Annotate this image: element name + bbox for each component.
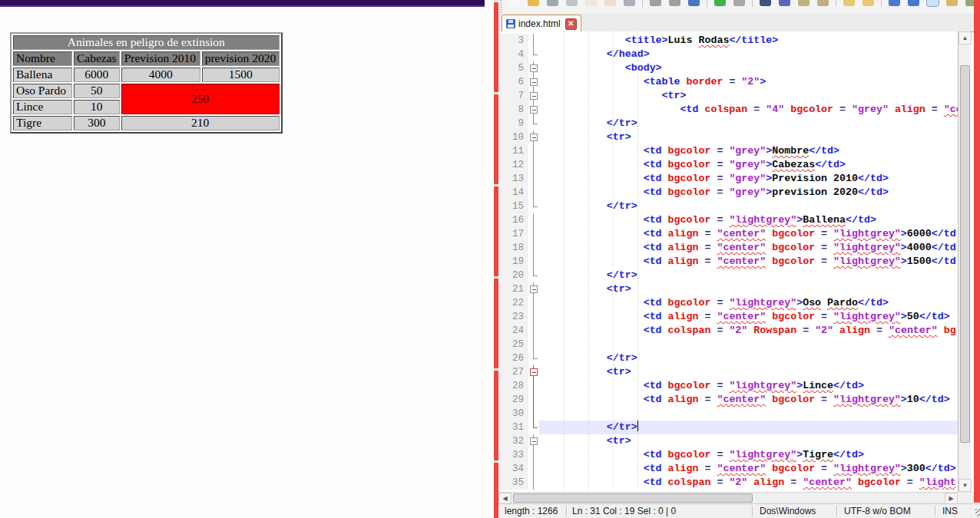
horizontal-scrollbar[interactable]: ◀ ▶ [498,492,958,503]
fold-collapse-icon[interactable] [528,75,539,89]
resize-grip[interactable] [975,509,980,516]
cell-oso-pardo: Oso Pardo [13,84,72,98]
fold-collapse-icon[interactable] [528,282,539,296]
stop-record-icon[interactable] [862,0,874,6]
vertical-scroll-thumb[interactable] [960,65,970,443]
code-text[interactable]: <tr> [539,434,958,448]
code-text[interactable]: </tr> [539,117,958,130]
fold-line-marker [528,296,539,310]
function-list-icon[interactable] [946,0,958,6]
cell-tigre-span-210: 210 [121,116,280,130]
code-text[interactable]: <td align = "center" bgcolor = "lightgre… [539,393,958,407]
tab-close-icon[interactable]: ✕ [565,18,577,30]
code-text[interactable]: <tr> [539,282,958,296]
close-all-icon[interactable] [604,0,616,6]
code-text[interactable]: <td align = "center" bgcolor = "lightgre… [539,241,958,255]
code-text[interactable]: <tr> [539,89,958,103]
copy-icon[interactable] [669,0,680,6]
code-text[interactable]: <td bgcolor = "lightgrey">Lince</td> [539,379,958,393]
fold-collapse-icon[interactable] [528,130,539,144]
new-file-icon[interactable] [508,0,520,6]
code-text[interactable]: <td bgcolor = "grey">prevision 2020</td> [539,186,958,200]
fold-collapse-icon[interactable] [528,61,539,75]
code-text[interactable]: </tr> [539,269,958,282]
zoom-in-icon[interactable] [798,0,809,6]
line-number: 5 [498,61,528,75]
screenshot-root: { "browser_pane": { "table": { "title": … [0,0,980,518]
code-text[interactable]: <td bgcolor = "lightgrey">Tigre</td> [539,448,958,462]
document-map-icon[interactable] [965,0,974,6]
fold-line-marker [528,200,539,213]
fold-collapse-icon[interactable] [528,89,539,103]
scroll-up-icon[interactable]: ▲ [958,31,972,45]
scroll-right-icon[interactable]: ▶ [945,493,958,504]
code-text[interactable]: <td bgcolor = "grey">Prevision 2010</td> [539,172,958,186]
word-wrap-icon[interactable] [889,0,900,6]
table-row: Oso Pardo 50 250 [13,84,280,98]
code-text[interactable]: <td colspan = "2" align = "center" bgcol… [539,476,958,490]
code-text[interactable]: <td colspan = "4" bgcolor = "grey" align… [539,103,958,117]
save-icon[interactable] [547,0,558,6]
redo-icon[interactable] [733,0,745,6]
code-line-12: 12 <td bgcolor = "grey">Cabezas</td> [498,158,958,172]
print-icon[interactable] [624,0,635,6]
line-number: 33 [498,448,528,462]
open-file-icon[interactable] [528,0,539,6]
line-number: 3 [498,34,528,48]
code-text[interactable]: <td align = "center" bgcolor = "lightgre… [539,462,958,476]
code-text[interactable]: <td align = "center" bgcolor = "lightgre… [539,255,958,269]
cut-icon[interactable] [650,0,661,6]
code-line-20: 20 </tr> [498,269,958,282]
code-text[interactable]: <td bgcolor = "grey">Nombre</td> [539,144,958,158]
code-text[interactable]: <td bgcolor = "lightgrey">Oso Pardo</td> [539,296,958,310]
find-icon[interactable] [760,0,771,6]
scroll-down-icon[interactable]: ▼ [958,479,972,492]
vertical-scrollbar[interactable]: ▲ ▼ [958,31,971,492]
code-line-29: 29 <td align = "center" bgcolor = "light… [498,393,958,407]
code-text[interactable]: <tr> [539,365,958,379]
code-text[interactable]: <td bgcolor = "grey">Cabezas</td> [539,158,958,172]
fold-collapse-icon[interactable] [528,434,539,448]
undo-icon[interactable] [714,0,726,6]
fold-collapse-icon[interactable] [528,103,539,117]
replace-icon[interactable] [779,0,790,6]
code-text[interactable]: <td align = "center" bgcolor = "lightgre… [539,310,958,324]
code-text[interactable]: </head> [539,48,958,61]
code-line-18: 18 <td align = "center" bgcolor = "light… [498,241,958,255]
code-text[interactable] [539,407,958,421]
indent-guide-icon[interactable] [927,0,939,6]
header-prevision-2020: prevision 2020 [202,51,280,66]
record-macro-icon[interactable] [843,0,855,6]
code-line-27: 27 <tr> [498,365,958,379]
code-text[interactable]: <td bgcolor = "lightgrey">Ballena</td> [539,213,958,227]
show-all-chars-icon[interactable] [908,0,919,6]
saved-file-icon [506,19,515,28]
code-text[interactable]: <td align = "center" bgcolor = "lightgre… [539,227,958,241]
code-text[interactable]: <tr> [539,130,958,144]
tab-index-html[interactable]: index.html ✕ [502,15,581,32]
cell-lince: Lince [13,100,72,114]
code-text[interactable] [539,338,958,351]
code-text[interactable]: </tr> [539,351,958,365]
code-line-7: 7 <tr> [498,89,958,103]
status-bar: length : 1266 Ln : 31 Col : 19 Sel : 0 |… [498,503,980,518]
code-text[interactable]: <table border = "2"> [539,75,958,89]
code-line-4: 4 </head> [498,48,958,61]
code-text[interactable]: <body> [539,61,958,75]
fold-collapse-icon[interactable] [528,365,539,379]
save-all-icon[interactable] [566,0,578,6]
toolbar-grip[interactable] [500,0,502,13]
scroll-left-icon[interactable]: ◀ [498,493,512,504]
scrollbar-corner [958,492,974,503]
code-text[interactable]: </tr> [539,200,958,213]
zoom-out-icon[interactable] [817,0,829,6]
horizontal-scroll-thumb[interactable] [513,493,753,503]
code-text[interactable]: <title>Luis Rodas</title> [539,34,958,48]
code-editor[interactable]: 3 <title>Luis Rodas</title>4 </head>5 <b… [498,31,958,492]
code-text[interactable]: </tr> [539,421,958,434]
paste-icon[interactable] [688,0,700,6]
code-line-28: 28 <td bgcolor = "lightgrey">Lince</td> [498,379,958,393]
close-icon[interactable] [585,0,597,6]
browser-window-top-bar [0,0,485,7]
code-text[interactable]: <td colspan = "2" Rowspan = "2" align = … [539,324,958,338]
